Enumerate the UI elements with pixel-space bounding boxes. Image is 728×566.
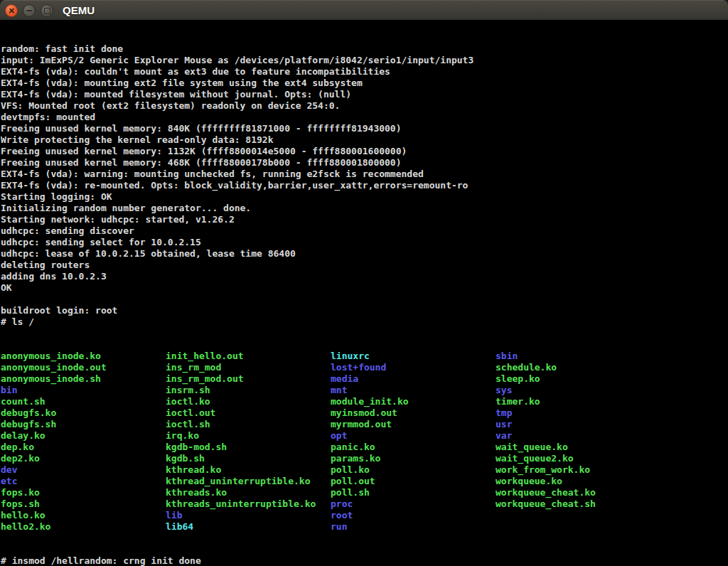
ls-entry-dir: mnt (331, 385, 496, 396)
console-line: # ls / (1, 316, 728, 328)
ls-row: delay.koirq.kooptvar (1, 430, 728, 442)
ls-row: anonymous_inode.outins_rm_modlost+founds… (1, 362, 728, 373)
ls-entry-file: count.sh (1, 396, 166, 407)
ls-row: anonymous_inode.koinit_hello.outlinuxrcs… (1, 351, 728, 362)
ls-entry-file: dep2.ko (1, 453, 166, 464)
ls-entry-file: workqueue_cheat.ko (496, 487, 660, 498)
console-line: # insmod /hellrandom: crng init done (1, 555, 728, 566)
console-line: Freeing unused kernel memory: 468K (ffff… (1, 157, 728, 169)
terminal-screen[interactable]: random: fast init doneinput: ImExPS/2 Ge… (0, 20, 728, 566)
ls-entry-file: poll.sh (331, 487, 496, 498)
ls-entry-link: lib64 (166, 521, 331, 533)
ls-row: fops.shkthreads_uninterruptible.koprocwo… (1, 498, 728, 510)
ls-row: count.shioctl.komodule_init.kotimer.ko (1, 396, 728, 407)
ls-entry-file: poll.ko (331, 464, 496, 476)
ls-entry-file: fops.ko (1, 487, 166, 498)
ls-entry-file: wait_queue.ko (496, 442, 660, 453)
ls-entry-file: poll.out (331, 476, 496, 487)
ls-entry-dir: proc (331, 498, 496, 510)
ls-entry-file: ioctl.ko (166, 396, 331, 407)
titlebar[interactable]: QEMU (0, 0, 728, 20)
ls-entry-dir: run (331, 521, 496, 533)
console-line: udhcpc: sending discover (1, 225, 728, 237)
ls-entry-file: workqueue_cheat.sh (496, 498, 660, 510)
ls-row: debugfs.shioctl.shmyrmmod.outusr (1, 419, 728, 430)
ls-entry-file: hello2.ko (1, 521, 166, 533)
console-line: OK (1, 282, 728, 294)
window-title: QEMU (63, 4, 95, 16)
ls-entry-file: dep.ko (1, 442, 166, 453)
ls-entry-file: myinsmod.out (331, 407, 496, 419)
console-line: deleting routers (1, 260, 728, 271)
console-boot-output: random: fast init doneinput: ImExPS/2 Ge… (1, 43, 728, 328)
ls-entry-dir: var (496, 430, 660, 442)
ls-entry-dir: tmp (496, 407, 660, 419)
ls-entry-file: init_hello.out (166, 351, 331, 362)
console-line: devtmpfs: mounted (1, 112, 728, 123)
console-line: Freeing unused kernel memory: 840K (ffff… (1, 123, 728, 134)
ls-entry-file: sleep.ko (496, 373, 660, 385)
console-line: EXT4-fs (vda): re-mounted. Opts: block_v… (1, 180, 728, 191)
ls-entry-dir: sbin (496, 351, 660, 362)
console-line (1, 294, 728, 305)
ls-row: fops.kokthreads.kopoll.shworkqueue_cheat… (1, 487, 728, 498)
ls-entry-file: debugfs.ko (1, 407, 166, 419)
ls-output: anonymous_inode.koinit_hello.outlinuxrcs… (1, 351, 728, 533)
qemu-window: QEMU random: fast init doneinput: ImExPS… (0, 0, 728, 566)
ls-entry-dir: media (331, 373, 496, 385)
ls-row: etckthread_uninterruptible.kopoll.outwor… (1, 476, 728, 487)
console-line: adding dns 10.0.2.3 (1, 271, 728, 282)
console-line: Initializing random number generator... … (1, 203, 728, 214)
maximize-icon[interactable] (41, 4, 53, 17)
console-line: random: fast init done (1, 43, 728, 55)
console-line: EXT4-fs (vda): mounting ext2 file system… (1, 78, 728, 89)
ls-entry-file: kthreads_uninterruptible.ko (166, 498, 331, 510)
ls-entry-dir: opt (331, 430, 496, 442)
ls-entry-dir: bin (1, 385, 166, 396)
ls-entry-file: myrmmod.out (331, 419, 496, 430)
minimize-icon[interactable] (23, 4, 36, 17)
console-line: EXT4-fs (vda): warning: mounting uncheck… (1, 169, 728, 180)
console-line: Freeing unused kernel memory: 1132K (fff… (1, 146, 728, 157)
ls-entry-file: hello.ko (1, 510, 166, 521)
close-icon[interactable] (5, 4, 18, 17)
ls-entry-file: ins_rm_mod.out (166, 373, 331, 385)
ls-entry-file: kthread.ko (166, 464, 331, 476)
console-line: input: ImExPS/2 Generic Explorer Mouse a… (1, 55, 728, 66)
console-line: EXT4-fs (vda): mounted filesystem withou… (1, 89, 728, 100)
ls-entry-file: ins_rm_mod (166, 362, 331, 373)
console-line: EXT4-fs (vda): couldn't mount as ext3 du… (1, 66, 728, 78)
console-line: VFS: Mounted root (ext2 filesystem) read… (1, 100, 728, 112)
ls-row: debugfs.koioctl.outmyinsmod.outtmp (1, 407, 728, 419)
ls-row: dep2.kokgdb.shparams.kowait_queue2.ko (1, 453, 728, 464)
ls-row: anonymous_inode.shins_rm_mod.outmediasle… (1, 373, 728, 385)
ls-entry-file: params.ko (331, 453, 496, 464)
ls-entry-file: fops.sh (1, 498, 166, 510)
ls-entry-file: timer.ko (496, 396, 660, 407)
console-line: Starting network: udhcpc: started, v1.26… (1, 214, 728, 225)
ls-entry-file: insrm.sh (166, 385, 331, 396)
console-line: buildroot login: root (1, 305, 728, 316)
ls-entry-file: anonymous_inode.ko (1, 351, 166, 362)
ls-entry-file: schedule.ko (496, 362, 660, 373)
ls-row: bininsrm.shmntsys (1, 385, 728, 396)
ls-entry-dir: lib (166, 510, 331, 521)
ls-entry-file: wait_queue2.ko (496, 453, 660, 464)
ls-row: hello.kolibroot (1, 510, 728, 521)
ls-entry-file: irq.ko (166, 430, 331, 442)
ls-entry-file: module_init.ko (331, 396, 496, 407)
console-tail-output: # insmod /hellrandom: crng init done# in… (1, 555, 728, 566)
ls-entry-file: delay.ko (1, 430, 166, 442)
console-line: udhcpc: sending select for 10.0.2.15 (1, 237, 728, 248)
console-line: udhcpc: lease of 10.0.2.15 obtained, lea… (1, 248, 728, 260)
ls-entry-file: anonymous_inode.out (1, 362, 166, 373)
ls-entry-file: kgdb.sh (166, 453, 331, 464)
ls-entry-file: debugfs.sh (1, 419, 166, 430)
ls-entry-dir: usr (496, 419, 660, 430)
ls-entry-file: work_from_work.ko (496, 464, 660, 476)
ls-entry-file: ioctl.out (166, 407, 331, 419)
ls-entry-dir: lost+found (331, 362, 496, 373)
ls-entry-dir: etc (1, 476, 166, 487)
ls-entry-link: linuxrc (331, 351, 496, 362)
ls-entry-file: kthreads.ko (166, 487, 331, 498)
